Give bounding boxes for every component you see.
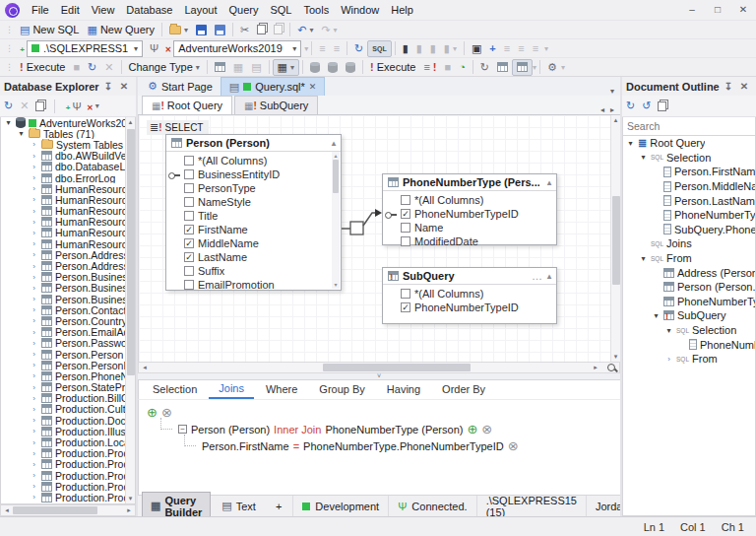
close-tab-icon[interactable]: ✕ [309, 82, 317, 92]
pin-icon[interactable]: ↧ [721, 81, 736, 92]
add-view-button[interactable]: + [267, 498, 290, 515]
expander-icon[interactable]: › [30, 339, 38, 348]
expander-icon[interactable]: › [30, 316, 38, 325]
stop-refresh-button[interactable]: ✕ [20, 99, 29, 113]
options-button[interactable]: ⚙ [543, 59, 561, 76]
align-center-button[interactable]: ≡ [514, 40, 528, 57]
refresh-button[interactable]: ↻ [350, 40, 367, 57]
save-all-button[interactable] [211, 22, 229, 38]
undo-button[interactable]: ↶▾ [293, 22, 317, 38]
bookmark-toggle-button[interactable]: ▮ [399, 40, 412, 57]
explorer-item[interactable]: ›Person.BusinessEntit [1, 294, 135, 304]
menu-file[interactable]: File [26, 2, 55, 18]
refresh-button[interactable]: ↻ [626, 99, 635, 113]
explorer-item[interactable]: ›Production.ProductDe [1, 481, 135, 492]
expander-icon[interactable]: ▾ [17, 129, 26, 138]
refresh-query-button[interactable]: ↻ [84, 59, 100, 76]
schema-compare-button[interactable] [324, 59, 342, 76]
sync-selection-button[interactable] [658, 101, 666, 111]
column-checkbox[interactable] [184, 211, 194, 221]
collapse-table-icon[interactable]: ▴ [547, 272, 551, 281]
tab-start-page[interactable]: ⚙ Start Page [140, 77, 220, 96]
column-checkbox[interactable] [184, 266, 194, 276]
column-checkbox[interactable] [401, 223, 410, 233]
add-join-icon[interactable]: ⊕ [147, 405, 158, 420]
save-button[interactable] [192, 22, 211, 38]
explorer-item[interactable]: ›Production.Culture [1, 404, 135, 415]
explorer-item[interactable]: ›Person.BusinessEntit [1, 283, 135, 294]
server-status[interactable]: .\SQLEXPRESS15 (15) [476, 496, 586, 516]
expander-icon[interactable]: ▾ [4, 118, 13, 127]
grid-view-button[interactable]: ▦▾ [273, 59, 299, 76]
column-row[interactable]: *(All Columns) [166, 154, 341, 168]
expander-icon[interactable]: › [30, 438, 38, 447]
explorer-item[interactable]: ›HumanResources.Dep [1, 183, 135, 194]
expander-icon[interactable]: ▾ [652, 311, 661, 320]
remove-condition-icon[interactable]: ⊗ [508, 438, 519, 453]
new-sql-button[interactable]: ▤New SQL [16, 22, 83, 38]
expander-icon[interactable]: › [664, 355, 673, 364]
expander-icon[interactable]: › [30, 152, 38, 161]
expander-icon[interactable]: › [30, 284, 38, 293]
new-connection-button[interactable]: + [16, 40, 24, 57]
menu-database[interactable]: Database [120, 2, 178, 18]
explorer-item[interactable]: ›Production.ProductDo [1, 492, 135, 502]
tab-subquery[interactable]: SubQuery [234, 96, 318, 114]
tab-where[interactable]: Where [256, 381, 307, 398]
change-type-button[interactable]: Change Type▾ [125, 59, 204, 76]
menu-edit[interactable]: Edit [55, 2, 86, 18]
expander-icon[interactable]: › [30, 449, 38, 458]
column-row[interactable]: ✓LastName [166, 250, 341, 264]
column-row[interactable]: Name [383, 221, 556, 234]
diagram-table[interactable]: PhoneNumberType (Pers...▴*(All Columns)✓… [382, 173, 557, 245]
tab-selection[interactable]: Selection [143, 381, 207, 398]
expander-icon[interactable]: › [30, 273, 38, 282]
new-table-button[interactable] [211, 59, 229, 76]
join-keyword[interactable]: Inner Join [274, 424, 321, 436]
explorer-item[interactable]: ›System Tables [1, 139, 135, 150]
outline-item[interactable]: Address (Person.Add... [623, 265, 755, 280]
toolbar-grip[interactable]: ⋮ [2, 43, 16, 53]
expander-icon[interactable]: › [30, 427, 38, 436]
diagram-table[interactable]: Person (Person)▴*(All Columns)BusinessEn… [165, 134, 342, 291]
outline-item[interactable]: Person.LastName [623, 193, 755, 208]
stop-button[interactable]: ■ [69, 59, 84, 76]
column-checkbox[interactable] [401, 195, 410, 205]
expander-icon[interactable]: › [30, 350, 38, 359]
column-row[interactable]: Suffix [166, 264, 341, 278]
outline-item[interactable]: SQLJoins [623, 236, 755, 251]
column-checkbox[interactable] [401, 236, 410, 246]
sql-view-button[interactable]: SQL [367, 40, 391, 57]
table-scrollbar[interactable]: ▴▾ [332, 152, 340, 289]
join-operator[interactable]: = [293, 440, 299, 452]
explorer-item[interactable]: ›Person.EmailAddress [1, 327, 135, 338]
explorer-vertical-scrollbar[interactable]: ▴ ▾ [125, 117, 135, 503]
scroll-thumb[interactable] [13, 506, 97, 514]
expander-icon[interactable]: › [30, 140, 38, 149]
format-outdent-button[interactable]: ≡ [330, 40, 344, 57]
chevron-down-icon[interactable]: ▾ [95, 99, 99, 113]
close-button[interactable]: ✕ [730, 1, 756, 19]
expander-icon[interactable]: › [30, 328, 38, 337]
column-checkbox[interactable]: ✓ [401, 209, 410, 219]
column-checkbox[interactable] [184, 169, 194, 179]
column-row[interactable]: EmailPromotion [166, 278, 341, 292]
column-row[interactable]: *(All Columns) [383, 193, 556, 207]
collapse-table-icon[interactable]: ▴ [332, 139, 336, 148]
scroll-tabs-left-icon[interactable]: ◂ [600, 105, 604, 114]
execute-script-button[interactable]: !Execute [366, 59, 419, 76]
down-arrow-icon[interactable]: ▾ [334, 281, 337, 289]
cut-button[interactable]: ✂ [236, 22, 253, 38]
edit-table-button[interactable]: ▦ [229, 59, 247, 76]
explorer-item[interactable]: ›Production.ProductIn [1, 503, 135, 504]
remove-group-icon[interactable]: ⊗ [481, 422, 492, 436]
collapse-node-icon[interactable]: − [178, 425, 187, 434]
new-query-button[interactable]: ▦New Query [83, 22, 158, 38]
expander-icon[interactable]: › [30, 482, 38, 491]
environment-status[interactable]: Development [292, 496, 388, 516]
menu-view[interactable]: View [86, 2, 121, 18]
explorer-item[interactable]: ›HumanResources.Em [1, 194, 135, 205]
collapse-table-icon[interactable]: ▴ [547, 178, 551, 187]
explorer-item[interactable]: ›Person.ContactType [1, 304, 135, 315]
execute-button[interactable]: !Execute [16, 59, 69, 76]
